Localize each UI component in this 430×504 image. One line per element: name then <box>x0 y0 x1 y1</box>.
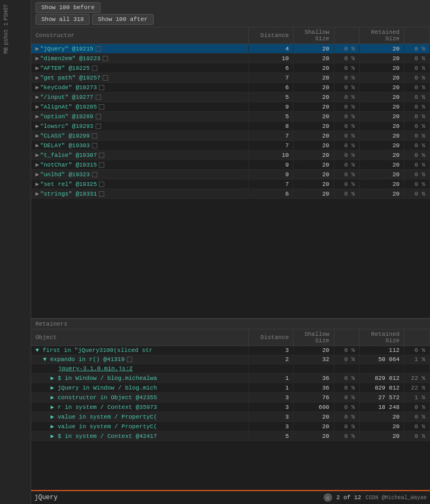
row-distance: 10 <box>249 54 293 63</box>
table-row[interactable]: ▶"dimen2em" @1922310200 %200 % <box>31 54 430 63</box>
retainer-row[interactable]: ▶ value in system / PropertyC(3200 %200 … <box>31 422 430 431</box>
row-shallow-pct: 0 % <box>334 160 360 170</box>
show-100-before-button[interactable]: Show 100 before <box>35 2 101 13</box>
retainer-row[interactable]: ▶ value in system / PropertyC(3200 %200 … <box>31 412 430 422</box>
row-retained-pct: 0 % <box>404 170 430 179</box>
row-distance: 9 <box>249 160 293 170</box>
row-distance: 8 <box>249 121 293 131</box>
show-all-button[interactable]: Show all 318 <box>35 14 90 25</box>
table-row[interactable]: ▶"keyCode" @192736200 %200 % <box>31 83 430 92</box>
table-row[interactable]: ▶"/input" @192775200 %200 % <box>31 92 430 102</box>
search-input[interactable] <box>34 494 319 501</box>
table-row[interactable]: ▶"AFTER" @192256200 %200 % <box>31 63 430 73</box>
retainer-row[interactable]: jquery-3.1.0.min.js:2 <box>31 364 430 373</box>
table-row[interactable]: ▶"unlhd" @193239200 %200 % <box>31 170 430 179</box>
row-shallow-pct: 0 % <box>334 150 360 160</box>
row-distance: 7 <box>249 179 293 189</box>
retainer-object-name: ▼ first in "jQuery3100(sliced str <box>31 346 249 355</box>
table-row[interactable]: ▶"option" @192895200 %200 % <box>31 112 430 121</box>
table-row[interactable]: ▶"strings" @193316200 %200 % <box>31 189 430 199</box>
retainer-retained-pct: 0 % <box>404 412 430 422</box>
row-retained-size: 20 <box>360 83 404 92</box>
row-retained-size: 20 <box>360 170 404 179</box>
row-shallow-pct: 0 % <box>334 102 360 112</box>
table-row[interactable]: ▶"jQuery" @192154200 %200 % <box>31 44 430 54</box>
row-object-name: ▶"option" @19289 <box>31 112 249 121</box>
retainer-shallow-pct: 0 % <box>334 422 360 431</box>
retainer-retained-pct: 1 % <box>404 355 430 364</box>
retainer-object-name: ▶ r in system / Context @35973 <box>31 402 249 412</box>
retainer-row[interactable]: ▶ jQuery in Window / blog.mich1360 %829 … <box>31 383 430 393</box>
row-shallow-size: 20 <box>293 160 334 170</box>
row-retained-size: 20 <box>360 121 404 131</box>
row-object-name: ▶"dimen2em" @19223 <box>31 54 249 63</box>
row-shallow-pct: 0 % <box>334 179 360 189</box>
row-object-name: ▶"AFTER" @19225 <box>31 63 249 73</box>
retainer-row[interactable]: ▶ $ in Window / blog.michealwa1360 %829 … <box>31 373 430 383</box>
retainer-retained-pct: 0 % <box>404 402 430 412</box>
retainer-retained-size: 27 572 <box>360 393 404 402</box>
row-distance: 6 <box>249 63 293 73</box>
col-header-shallow: Shallow Size <box>293 27 334 44</box>
row-retained-size: 20 <box>360 102 404 112</box>
row-object-name: ▶"unlhd" @19323 <box>31 170 249 179</box>
row-retained-size: 20 <box>360 141 404 150</box>
row-retained-pct: 0 % <box>404 160 430 170</box>
row-retained-size: 20 <box>360 179 404 189</box>
row-retained-size: 20 <box>360 160 404 170</box>
retainers-section: Retainers Object Distance Shallow Size R… <box>31 318 430 490</box>
retainer-shallow-pct: 0 % <box>334 402 360 412</box>
table-row[interactable]: ▶"get path" @192577200 %200 % <box>31 73 430 83</box>
table-row[interactable]: ▶"AlignAt" @192859200 %200 % <box>31 102 430 112</box>
row-shallow-size: 20 <box>293 73 334 83</box>
retainers-table-wrap: Object Distance Shallow Size Retained Si… <box>31 329 430 490</box>
retainer-retained-size: 50 064 <box>360 355 404 364</box>
retainer-row[interactable]: ▼ expando in r() @413192320 %50 0641 % <box>31 355 430 364</box>
row-retained-size: 20 <box>360 73 404 83</box>
retainer-row[interactable]: ▶ $ in system / Context @424175200 %200 … <box>31 431 430 441</box>
row-shallow-size: 20 <box>293 102 334 112</box>
table-row[interactable]: ▶"set rel" @193257200 %200 % <box>31 179 430 189</box>
col-header-object: Constructor <box>31 27 249 44</box>
col-header-distance: Distance <box>249 27 293 44</box>
retainer-row[interactable]: ▶ constructor in Object @423553760 %27 5… <box>31 393 430 402</box>
main-table: Constructor Distance Shallow Size Retain… <box>31 27 430 199</box>
row-distance: 9 <box>249 170 293 179</box>
row-retained-size: 20 <box>360 44 404 54</box>
show-100-after-button[interactable]: Show 100 after <box>92 14 153 25</box>
row-distance: 7 <box>249 141 293 150</box>
row-retained-pct: 0 % <box>404 121 430 131</box>
sidebar-label1: PSHOT <box>3 4 27 20</box>
row-object-name: ▶"CLASS" @19299 <box>31 131 249 141</box>
row-distance: 4 <box>249 44 293 54</box>
row-shallow-pct: 0 % <box>334 121 360 131</box>
row-shallow-size: 20 <box>293 141 334 150</box>
retainer-shallow-size: 20 <box>293 412 334 422</box>
retainer-shallow-pct: 0 % <box>334 373 360 383</box>
retainer-distance: 3 <box>249 422 293 431</box>
retainer-object-name: ▶ constructor in Object @42355 <box>31 393 249 402</box>
retainer-distance: 3 <box>249 402 293 412</box>
retainer-row[interactable]: ▶ r in system / Context @3597336000 %18 … <box>31 402 430 412</box>
table-row[interactable]: ▶"CLASS" @192997200 %200 % <box>31 131 430 141</box>
row-shallow-size: 20 <box>293 44 334 54</box>
row-shallow-pct: 0 % <box>334 131 360 141</box>
retainer-retained-size: 829 012 <box>360 383 404 393</box>
table-row[interactable]: ▶"DELAY" @193037200 %200 % <box>31 141 430 150</box>
row-retained-pct: 0 % <box>404 83 430 92</box>
clear-search-button[interactable]: ✕ <box>324 493 332 502</box>
row-shallow-pct: 0 % <box>334 54 360 63</box>
retainer-retained-size: 829 012 <box>360 373 404 383</box>
table-row[interactable]: ▶"t_false" @1930710200 %200 % <box>31 150 430 160</box>
row-object-name: ▶"lowsrc" @19293 <box>31 121 249 131</box>
row-distance: 5 <box>249 112 293 121</box>
table-row[interactable]: ▶"lowsrc" @192938200 %200 % <box>31 121 430 131</box>
row-distance: 6 <box>249 189 293 199</box>
retainer-row[interactable]: ▼ first in "jQuery3100(sliced str3200 %1… <box>31 346 430 355</box>
retainer-shallow-size: 20 <box>293 431 334 441</box>
retainer-shallow-pct <box>334 364 360 373</box>
sidebar-label2: pshot 1 <box>3 23 27 45</box>
table-row[interactable]: ▶"notChar" @193159200 %200 % <box>31 160 430 170</box>
retainers-header: Retainers <box>31 319 430 329</box>
retainer-shallow-pct: 0 % <box>334 431 360 441</box>
